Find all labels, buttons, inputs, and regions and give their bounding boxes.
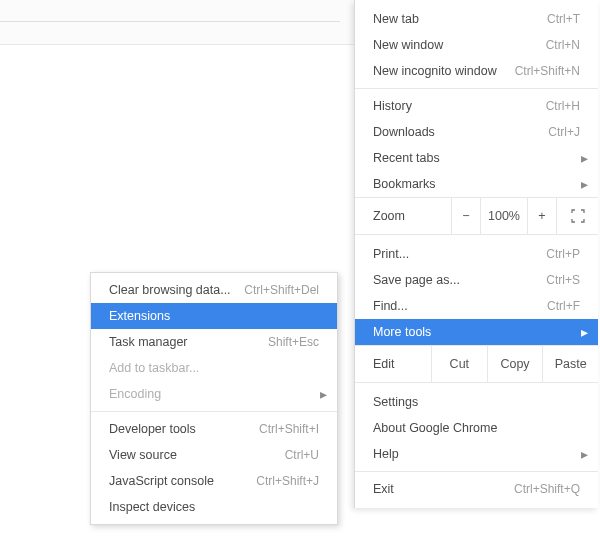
submenu-task-manager[interactable]: Task manager Shift+Esc bbox=[91, 329, 337, 355]
menu-shortcut: Ctrl+P bbox=[546, 247, 580, 261]
menu-shortcut: Ctrl+H bbox=[546, 99, 580, 113]
menu-divider bbox=[91, 411, 337, 412]
menu-label: Help bbox=[373, 447, 580, 461]
menu-label: View source bbox=[109, 448, 285, 462]
menu-new-window[interactable]: New window Ctrl+N bbox=[355, 32, 598, 58]
menu-label: Add to taskbar... bbox=[109, 361, 319, 375]
menu-label: Print... bbox=[373, 247, 546, 261]
chevron-right-icon: ▸ bbox=[581, 177, 588, 191]
zoom-out-button[interactable]: − bbox=[451, 198, 480, 234]
menu-shortcut: Ctrl+U bbox=[285, 448, 319, 462]
menu-shortcut: Ctrl+J bbox=[548, 125, 580, 139]
menu-label: Find... bbox=[373, 299, 547, 313]
menu-shortcut: Ctrl+Shift+J bbox=[256, 474, 319, 488]
cut-button[interactable]: Cut bbox=[431, 346, 487, 382]
menu-new-tab[interactable]: New tab Ctrl+T bbox=[355, 6, 598, 32]
page-background bbox=[0, 0, 355, 45]
menu-downloads[interactable]: Downloads Ctrl+J bbox=[355, 119, 598, 145]
menu-shortcut: Ctrl+T bbox=[547, 12, 580, 26]
menu-shortcut: Shift+Esc bbox=[268, 335, 319, 349]
menu-zoom-row: Zoom − 100% + bbox=[355, 197, 598, 235]
submenu-inspect-devices[interactable]: Inspect devices bbox=[91, 494, 337, 520]
paste-button[interactable]: Paste bbox=[542, 346, 598, 382]
menu-shortcut: Ctrl+N bbox=[546, 38, 580, 52]
menu-more-tools[interactable]: More tools ▸ bbox=[355, 319, 598, 345]
submenu-js-console[interactable]: JavaScript console Ctrl+Shift+J bbox=[91, 468, 337, 494]
submenu-developer-tools[interactable]: Developer tools Ctrl+Shift+I bbox=[91, 416, 337, 442]
submenu-add-to-taskbar: Add to taskbar... bbox=[91, 355, 337, 381]
chevron-right-icon: ▸ bbox=[581, 325, 588, 339]
menu-label: Developer tools bbox=[109, 422, 259, 436]
menu-settings[interactable]: Settings bbox=[355, 389, 598, 415]
menu-label: Inspect devices bbox=[109, 500, 319, 514]
menu-find[interactable]: Find... Ctrl+F bbox=[355, 293, 598, 319]
menu-label: Task manager bbox=[109, 335, 268, 349]
menu-label: New tab bbox=[373, 12, 547, 26]
menu-history[interactable]: History Ctrl+H bbox=[355, 93, 598, 119]
menu-label: Extensions bbox=[109, 309, 319, 323]
copy-button[interactable]: Copy bbox=[487, 346, 543, 382]
menu-label: Encoding bbox=[109, 387, 319, 401]
submenu-view-source[interactable]: View source Ctrl+U bbox=[91, 442, 337, 468]
page-divider bbox=[0, 21, 340, 22]
edit-label: Edit bbox=[355, 346, 431, 382]
submenu-extensions[interactable]: Extensions bbox=[91, 303, 337, 329]
menu-shortcut: Ctrl+F bbox=[547, 299, 580, 313]
chrome-main-menu: New tab Ctrl+T New window Ctrl+N New inc… bbox=[354, 0, 598, 508]
menu-label: Save page as... bbox=[373, 273, 546, 287]
menu-help[interactable]: Help ▸ bbox=[355, 441, 598, 467]
menu-label: Settings bbox=[373, 395, 580, 409]
menu-label: History bbox=[373, 99, 546, 113]
menu-about[interactable]: About Google Chrome bbox=[355, 415, 598, 441]
submenu-clear-browsing-data[interactable]: Clear browsing data... Ctrl+Shift+Del bbox=[91, 277, 337, 303]
menu-label: New incognito window bbox=[373, 64, 515, 78]
menu-label: Recent tabs bbox=[373, 151, 580, 165]
zoom-value: 100% bbox=[480, 198, 527, 234]
menu-divider bbox=[355, 88, 598, 89]
zoom-label: Zoom bbox=[355, 198, 451, 234]
menu-edit-bar: Edit Cut Copy Paste bbox=[355, 345, 598, 383]
menu-recent-tabs[interactable]: Recent tabs ▸ bbox=[355, 145, 598, 171]
chevron-right-icon: ▸ bbox=[320, 387, 327, 401]
menu-label: Exit bbox=[373, 482, 514, 496]
menu-shortcut: Ctrl+Shift+Del bbox=[244, 283, 319, 297]
chevron-right-icon: ▸ bbox=[581, 151, 588, 165]
menu-divider bbox=[355, 471, 598, 472]
menu-label: New window bbox=[373, 38, 546, 52]
menu-shortcut: Ctrl+Shift+N bbox=[515, 64, 580, 78]
menu-shortcut: Ctrl+Shift+I bbox=[259, 422, 319, 436]
fullscreen-button[interactable] bbox=[556, 198, 598, 234]
fullscreen-icon bbox=[571, 209, 585, 223]
menu-print[interactable]: Print... Ctrl+P bbox=[355, 241, 598, 267]
menu-exit[interactable]: Exit Ctrl+Shift+Q bbox=[355, 476, 598, 502]
menu-shortcut: Ctrl+Shift+Q bbox=[514, 482, 580, 496]
menu-label: Clear browsing data... bbox=[109, 283, 244, 297]
menu-new-incognito[interactable]: New incognito window Ctrl+Shift+N bbox=[355, 58, 598, 84]
menu-label: JavaScript console bbox=[109, 474, 256, 488]
menu-label: Bookmarks bbox=[373, 177, 580, 191]
menu-shortcut: Ctrl+S bbox=[546, 273, 580, 287]
menu-save-page[interactable]: Save page as... Ctrl+S bbox=[355, 267, 598, 293]
menu-label: More tools bbox=[373, 325, 580, 339]
chevron-right-icon: ▸ bbox=[581, 447, 588, 461]
submenu-encoding[interactable]: Encoding ▸ bbox=[91, 381, 337, 407]
more-tools-submenu: Clear browsing data... Ctrl+Shift+Del Ex… bbox=[90, 272, 338, 525]
menu-label: Downloads bbox=[373, 125, 548, 139]
menu-label: About Google Chrome bbox=[373, 421, 580, 435]
zoom-in-button[interactable]: + bbox=[527, 198, 556, 234]
menu-bookmarks[interactable]: Bookmarks ▸ bbox=[355, 171, 598, 197]
